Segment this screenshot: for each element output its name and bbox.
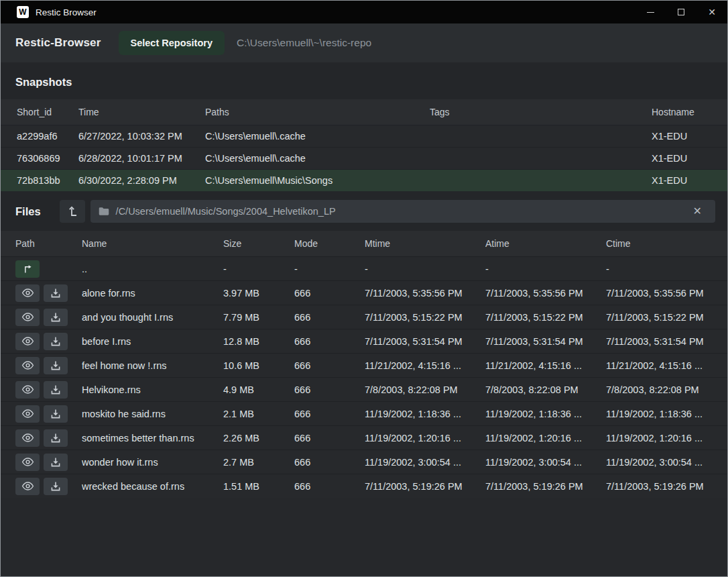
file-row[interactable]: wonder how it.rns 2.7 MB 666 11/19/2002,…	[1, 450, 727, 474]
snapshot-row[interactable]: 72b813bb 6/30/2022, 2:28:09 PM C:\Users\…	[1, 169, 727, 191]
file-row[interactable]: before I.rns 12.8 MB 666 7/11/2003, 5:31…	[1, 329, 727, 353]
preview-file-button[interactable]	[15, 284, 40, 302]
snapshot-paths: C:\Users\emuell\.cache	[205, 153, 430, 164]
preview-file-button[interactable]	[15, 333, 40, 350]
file-atime: -	[485, 264, 606, 274]
file-row[interactable]: feel home now !.rns 10.6 MB 666 11/21/20…	[1, 353, 727, 377]
download-icon	[50, 457, 61, 468]
file-atime: 7/11/2003, 5:35:56 PM	[485, 288, 606, 299]
file-atime: 11/19/2002, 1:20:16 ...	[485, 433, 606, 443]
download-file-button[interactable]	[44, 357, 68, 374]
go-parent-dir-button[interactable]	[15, 260, 40, 278]
download-file-button[interactable]	[44, 333, 68, 350]
file-mtime: -	[365, 264, 485, 274]
file-size: -	[223, 264, 294, 274]
eye-icon	[21, 409, 34, 419]
file-mtime: 7/11/2003, 5:31:54 PM	[365, 336, 485, 347]
download-file-button[interactable]	[44, 309, 68, 326]
app-logo-icon: W	[17, 6, 29, 18]
preview-file-button[interactable]	[15, 405, 40, 423]
file-mode: 666	[294, 360, 365, 371]
files-heading: Files	[15, 205, 41, 218]
files-col-mtime: Mtime	[365, 238, 485, 249]
file-row[interactable]: sometimes better than.rns 2.26 MB 666 11…	[1, 425, 727, 450]
clear-path-button[interactable]: ✕	[688, 205, 707, 218]
files-col-name: Name	[82, 238, 223, 249]
up-level-icon	[66, 205, 79, 218]
download-file-button[interactable]	[44, 429, 68, 447]
file-name: wrecked because of.rns	[82, 481, 223, 492]
minimize-icon	[647, 12, 654, 13]
files-col-mode: Mode	[294, 238, 365, 249]
file-size: 7.79 MB	[223, 312, 294, 323]
file-name: and you thought I.rns	[82, 312, 223, 323]
file-size: 1.51 MB	[223, 481, 294, 492]
minimize-button[interactable]	[635, 1, 666, 23]
file-row[interactable]: alone for.rns 3.97 MB 666 7/11/2003, 5:3…	[1, 280, 727, 305]
maximize-button[interactable]	[666, 1, 696, 23]
file-name: alone for.rns	[82, 288, 223, 299]
preview-file-button[interactable]	[15, 478, 40, 495]
file-row[interactable]: wrecked because of.rns 1.51 MB 666 7/11/…	[1, 474, 727, 498]
files-col-path: Path	[15, 238, 82, 249]
select-repository-button[interactable]: Select Repository	[119, 31, 225, 55]
go-to-root-button[interactable]	[60, 200, 85, 223]
file-mtime: 7/11/2003, 5:15:22 PM	[365, 312, 485, 323]
download-icon	[50, 409, 61, 419]
files-col-ctime: Ctime	[606, 238, 727, 249]
snapshot-hostname: X1-EDU	[652, 153, 727, 164]
snapshot-paths: C:\Users\emuell\Music\Songs	[205, 175, 430, 186]
file-row[interactable]: Helvikone.rns 4.9 MB 666 7/8/2003, 8:22:…	[1, 377, 727, 401]
snapshots-col-paths: Paths	[205, 107, 430, 117]
file-row[interactable]: and you thought I.rns 7.79 MB 666 7/11/2…	[1, 305, 727, 329]
eye-icon	[21, 384, 34, 395]
snapshot-row[interactable]: 76306869 6/28/2022, 10:01:17 PM C:\Users…	[1, 147, 727, 169]
preview-file-button[interactable]	[15, 429, 40, 447]
snapshots-heading: Snapshots	[15, 76, 713, 89]
file-mode: 666	[294, 384, 365, 395]
files-col-size: Size	[223, 238, 294, 249]
snapshots-col-hostname: Hostname	[652, 107, 727, 117]
folder-icon	[99, 207, 109, 216]
app-name: Restic-Browser	[15, 36, 101, 50]
close-button[interactable]: ✕	[696, 1, 727, 23]
download-icon	[50, 360, 61, 371]
file-mode: -	[294, 264, 365, 274]
preview-file-button[interactable]	[15, 381, 40, 399]
file-row-parent[interactable]: .. - - - - -	[1, 256, 727, 280]
file-ctime: 7/11/2003, 5:19:26 PM	[606, 481, 727, 492]
file-row[interactable]: moskito he said.rns 2.1 MB 666 11/19/200…	[1, 401, 727, 425]
file-size: 10.6 MB	[223, 360, 294, 371]
download-icon	[50, 288, 61, 299]
file-name: moskito he said.rns	[82, 409, 223, 419]
preview-file-button[interactable]	[15, 309, 40, 326]
download-file-button[interactable]	[44, 405, 68, 423]
empty-area	[1, 498, 727, 576]
preview-file-button[interactable]	[15, 454, 40, 471]
download-file-button[interactable]	[44, 454, 68, 471]
snapshot-row[interactable]: a2299af6 6/27/2022, 10:03:32 PM C:\Users…	[1, 125, 727, 147]
snapshot-time: 6/28/2022, 10:01:17 PM	[78, 153, 205, 164]
preview-file-button[interactable]	[15, 357, 40, 374]
file-mtime: 11/21/2002, 4:15:16 ...	[365, 360, 485, 371]
snapshot-short-id: 72b813bb	[17, 175, 78, 186]
file-atime: 7/11/2003, 5:31:54 PM	[485, 336, 606, 347]
file-atime: 11/19/2002, 3:00:54 ...	[485, 457, 606, 468]
snapshot-short-id: a2299af6	[17, 131, 78, 142]
file-atime: 7/11/2003, 5:15:22 PM	[485, 312, 606, 323]
file-name: feel home now !.rns	[82, 360, 223, 371]
download-file-button[interactable]	[44, 284, 68, 302]
file-name: sometimes better than.rns	[82, 433, 223, 443]
file-ctime: -	[606, 264, 727, 274]
current-path-bar[interactable]: /C/Users/emuell/Music/Songs/2004_Helveti…	[90, 200, 715, 223]
download-file-button[interactable]	[44, 478, 68, 495]
download-file-button[interactable]	[44, 381, 68, 399]
snapshot-short-id: 76306869	[17, 153, 78, 164]
eye-icon	[21, 288, 34, 298]
snapshot-time: 6/27/2022, 10:03:32 PM	[78, 131, 205, 142]
download-icon	[50, 384, 61, 395]
app-header: Restic-Browser Select Repository C:\User…	[1, 23, 727, 62]
file-ctime: 11/19/2002, 1:20:16 ...	[606, 433, 727, 443]
file-atime: 11/21/2002, 4:15:16 ...	[485, 360, 606, 371]
app-window: W Restic Browser ✕ Restic-Browser Select…	[0, 0, 728, 577]
